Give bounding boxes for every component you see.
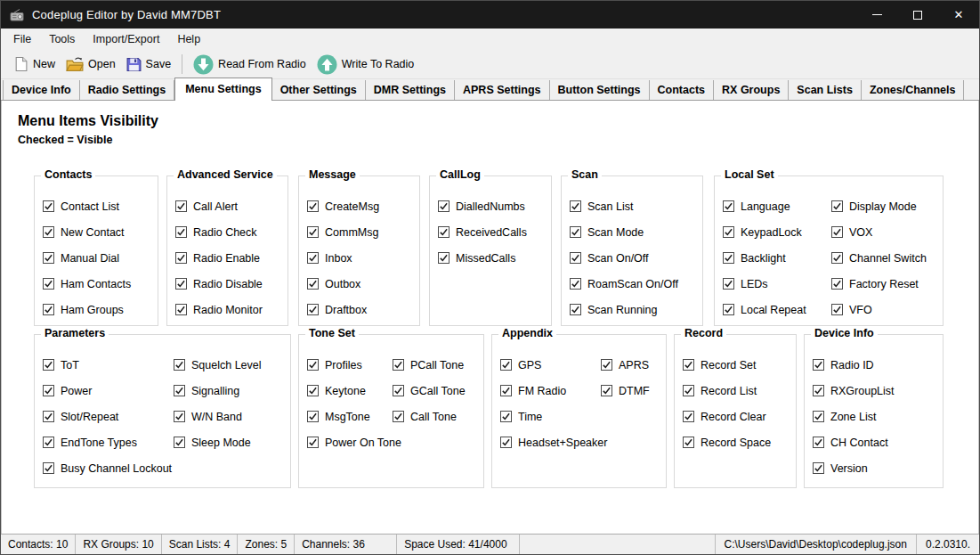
checkbox-checked-icon[interactable] — [831, 200, 843, 212]
tab-scan-lists[interactable]: Scan Lists — [789, 80, 862, 100]
checkbox-checked-icon[interactable] — [307, 278, 319, 290]
checkbox-item-scan-running[interactable]: Scan Running — [570, 297, 678, 322]
checkbox-checked-icon[interactable] — [43, 385, 54, 396]
checkbox-checked-icon[interactable] — [683, 359, 694, 371]
checkbox-label[interactable]: Squelch Level — [191, 359, 262, 371]
checkbox-label[interactable]: Contact List — [61, 200, 119, 213]
checkbox-label[interactable]: VOX — [849, 226, 872, 239]
checkbox-label[interactable]: Language — [741, 200, 790, 213]
checkbox-checked-icon[interactable] — [601, 385, 612, 396]
checkbox-checked-icon[interactable] — [175, 304, 187, 315]
checkbox-label[interactable]: Slot/Repeat — [61, 411, 118, 423]
checkbox-item-contact-list[interactable]: Contact List — [43, 193, 131, 219]
menu-help[interactable]: Help — [168, 29, 209, 50]
checkbox-checked-icon[interactable] — [393, 411, 404, 422]
checkbox-label[interactable]: Display Mode — [849, 200, 917, 213]
checkbox-item-channel-switch[interactable]: Channel Switch — [831, 245, 927, 271]
checkbox-checked-icon[interactable] — [438, 200, 450, 212]
checkbox-item-radio-enable[interactable]: Radio Enable — [175, 245, 263, 271]
checkbox-item-call-tone[interactable]: Call Tone — [393, 404, 466, 429]
checkbox-label[interactable]: Headset+Speaker — [518, 437, 607, 449]
menu-tools[interactable]: Tools — [40, 29, 84, 50]
checkbox-label[interactable]: CH Contact — [830, 437, 888, 449]
checkbox-checked-icon[interactable] — [43, 226, 54, 238]
checkbox-label[interactable]: Outbox — [325, 278, 360, 290]
checkbox-checked-icon[interactable] — [43, 252, 54, 264]
open-button[interactable]: Open — [61, 53, 121, 75]
checkbox-item-call-alert[interactable]: Call Alert — [175, 193, 263, 219]
checkbox-label[interactable]: GCall Tone — [410, 385, 466, 397]
checkbox-checked-icon[interactable] — [683, 437, 694, 448]
checkbox-item-fm-radio[interactable]: FM Radio — [500, 378, 601, 404]
checkbox-label[interactable]: Sleep Mode — [191, 437, 251, 449]
checkbox-item-time[interactable]: Time — [500, 404, 601, 429]
checkbox-label[interactable]: W/N Band — [191, 411, 242, 423]
checkbox-checked-icon[interactable] — [43, 462, 54, 474]
checkbox-item-radio-id[interactable]: Radio ID — [813, 352, 895, 378]
checkbox-label[interactable]: FM Radio — [518, 385, 566, 397]
checkbox-checked-icon[interactable] — [307, 304, 319, 315]
checkbox-checked-icon[interactable] — [43, 200, 54, 212]
close-button[interactable]: ✕ — [938, 1, 979, 29]
checkbox-item-commmsg[interactable]: CommMsg — [307, 219, 379, 245]
checkbox-label[interactable]: RXGroupList — [830, 385, 895, 397]
maximize-button[interactable] — [897, 1, 938, 29]
tab-zones-channels[interactable]: Zones/Channels — [862, 80, 965, 100]
checkbox-label[interactable]: Radio Disable — [193, 278, 263, 290]
checkbox-label[interactable]: DTMF — [619, 385, 650, 397]
checkbox-checked-icon[interactable] — [813, 411, 824, 422]
checkbox-label[interactable]: Inbox — [325, 252, 352, 265]
checkbox-item-profiles[interactable]: Profiles — [307, 352, 393, 378]
checkbox-item-tot[interactable]: ToT — [43, 352, 174, 378]
checkbox-label[interactable]: Factory Reset — [849, 278, 919, 290]
checkbox-checked-icon[interactable] — [813, 385, 824, 396]
checkbox-label[interactable]: Ham Groups — [61, 304, 124, 316]
checkbox-label[interactable]: CommMsg — [325, 226, 378, 239]
checkbox-item-power[interactable]: Power — [43, 378, 174, 404]
checkbox-label[interactable]: Radio ID — [830, 359, 874, 371]
checkbox-label[interactable]: Scan Mode — [587, 226, 644, 239]
checkbox-checked-icon[interactable] — [307, 411, 319, 422]
checkbox-item-signalling[interactable]: Signalling — [174, 378, 262, 404]
read-from-radio-button[interactable]: Read From Radio — [188, 52, 312, 78]
checkbox-label[interactable]: Backlight — [741, 252, 786, 265]
checkbox-item-backlight[interactable]: Backlight — [723, 245, 831, 271]
checkbox-item-outbox[interactable]: Outbox — [307, 271, 379, 297]
checkbox-label[interactable]: Scan List — [587, 200, 633, 213]
checkbox-label[interactable]: Ham Contacts — [61, 278, 131, 290]
checkbox-label[interactable]: Record List — [701, 385, 757, 397]
checkbox-checked-icon[interactable] — [570, 226, 581, 238]
checkbox-label[interactable]: Manual Dial — [61, 252, 119, 265]
checkbox-label[interactable]: Version — [830, 462, 868, 475]
checkbox-item-record-space[interactable]: Record Space — [683, 429, 771, 455]
checkbox-label[interactable]: ToT — [61, 359, 79, 371]
checkbox-checked-icon[interactable] — [570, 200, 581, 212]
checkbox-checked-icon[interactable] — [500, 437, 512, 448]
checkbox-item-vox[interactable]: VOX — [831, 219, 927, 245]
checkbox-item-record-clear[interactable]: Record Clear — [683, 404, 771, 429]
checkbox-item-scan-mode[interactable]: Scan Mode — [570, 219, 678, 245]
checkbox-label[interactable]: Profiles — [325, 359, 362, 371]
checkbox-checked-icon[interactable] — [831, 226, 843, 238]
tab-dmr-settings[interactable]: DMR Settings — [366, 80, 455, 100]
tab-device-info[interactable]: Device Info — [3, 80, 80, 100]
checkbox-label[interactable]: Radio Enable — [193, 252, 260, 265]
checkbox-label[interactable]: MissedCalls — [456, 252, 515, 265]
tab-button-settings[interactable]: Button Settings — [550, 80, 650, 100]
app-icon[interactable] — [10, 8, 24, 22]
checkbox-item-keytone[interactable]: Keytone — [307, 378, 393, 404]
checkbox-checked-icon[interactable] — [500, 411, 512, 422]
checkbox-item-diallednumbs[interactable]: DialledNumbs — [438, 193, 527, 219]
checkbox-checked-icon[interactable] — [174, 359, 185, 371]
checkbox-item-vfo[interactable]: VFO — [831, 297, 927, 322]
write-to-radio-button[interactable]: Write To Radio — [312, 52, 420, 78]
checkbox-item-headset-speaker[interactable]: Headset+Speaker — [500, 429, 601, 455]
checkbox-checked-icon[interactable] — [438, 226, 450, 238]
checkbox-label[interactable]: Radio Monitor — [193, 304, 263, 316]
checkbox-checked-icon[interactable] — [683, 385, 694, 396]
checkbox-label[interactable]: MsgTone — [325, 411, 370, 423]
checkbox-item-rxgrouplist[interactable]: RXGroupList — [813, 378, 895, 404]
checkbox-label[interactable]: RoamScan On/Off — [587, 278, 678, 290]
checkbox-checked-icon[interactable] — [43, 411, 54, 422]
checkbox-item-busy-channel-lockout[interactable]: Busy Channel Lockout — [43, 455, 290, 481]
